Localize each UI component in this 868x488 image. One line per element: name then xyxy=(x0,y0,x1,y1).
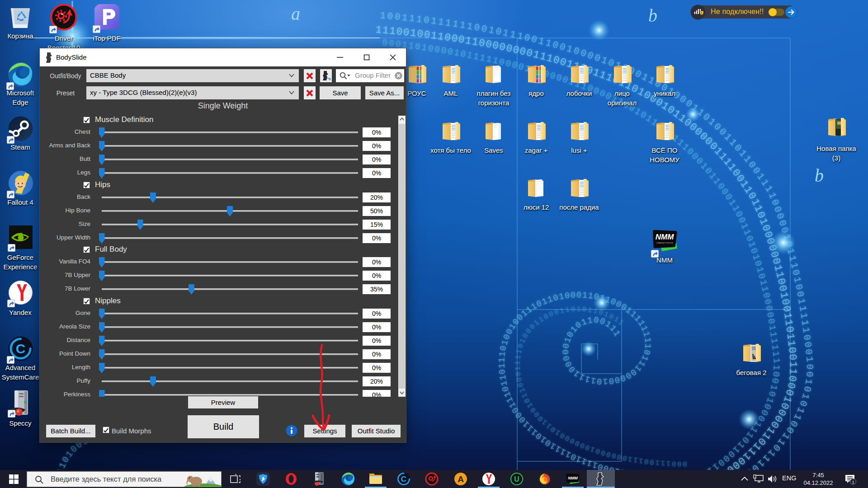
svg-text:NMM: NMM xyxy=(656,233,674,241)
svg-text:C: C xyxy=(16,341,26,356)
svg-text:a: a xyxy=(291,4,300,24)
svg-text:COMMUNITY EDITION: COMMUNITY EDITION xyxy=(656,242,673,244)
svg-text:C: C xyxy=(401,475,406,483)
svg-text:U: U xyxy=(514,475,519,483)
svg-text:1: 1 xyxy=(852,480,854,484)
svg-text:b: b xyxy=(815,165,824,186)
svg-text:b: b xyxy=(648,5,657,26)
svg-text:NMM: NMM xyxy=(568,476,578,480)
svg-text:A: A xyxy=(458,474,464,484)
